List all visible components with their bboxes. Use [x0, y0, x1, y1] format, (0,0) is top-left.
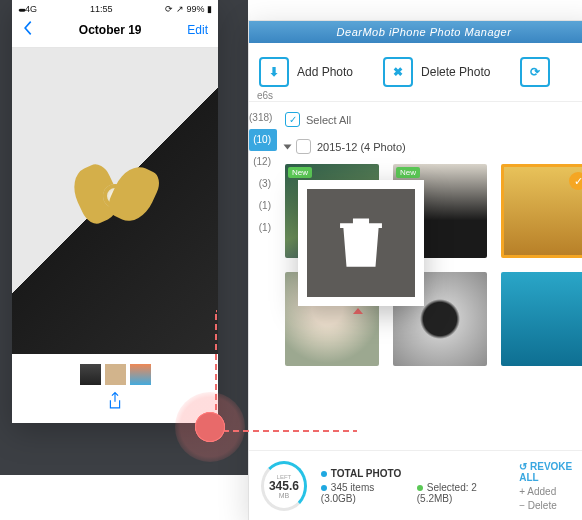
- selected-icon: ✓: [569, 172, 582, 190]
- iphone-mockup: 4G 11:55 ⟳ ↗ 99% ▮ October 19 Edit: [12, 0, 218, 423]
- touch-indicator: [175, 392, 245, 462]
- photo-group-header[interactable]: ·2015-12 (4 Photo): [285, 139, 582, 154]
- photo-preview[interactable]: [12, 48, 218, 354]
- back-icon[interactable]: [22, 20, 33, 39]
- app-footer: LEFT 345.6 MB TOTAL PHOTO 345 items (3.0…: [249, 450, 582, 520]
- edit-button[interactable]: Edit: [187, 23, 208, 37]
- thumbnail-strip[interactable]: [12, 354, 218, 391]
- added-action[interactable]: + Added: [519, 486, 582, 497]
- photo-thumbnail[interactable]: ✓: [501, 164, 582, 258]
- add-icon: ⬇: [259, 57, 289, 87]
- refresh-button[interactable]: ⟳: [520, 57, 550, 87]
- new-badge: New: [396, 167, 420, 178]
- revoke-all-button[interactable]: ↺ REVOKE ALL: [519, 461, 582, 483]
- album-sidebar[interactable]: e6s (318) (10) (12) (3) (1) (1): [249, 85, 277, 239]
- trash-overlay: [298, 180, 424, 306]
- share-icon[interactable]: [107, 397, 123, 414]
- add-photo-button[interactable]: ⬇ Add Photo: [259, 57, 353, 87]
- photo-thumbnail[interactable]: [501, 272, 582, 366]
- select-all-checkbox[interactable]: ✓Select All: [285, 112, 582, 127]
- window-title: DearMob iPhone Photo Manager: [249, 21, 582, 43]
- new-badge: New: [288, 167, 312, 178]
- status-bar: 4G 11:55 ⟳ ↗ 99% ▮: [12, 0, 218, 18]
- trash-icon: [335, 212, 387, 274]
- delete-photo-button[interactable]: ✖ Delete Photo: [383, 57, 490, 87]
- delete-action[interactable]: − Delete: [519, 500, 582, 511]
- delete-icon: ✖: [383, 57, 413, 87]
- page-title: October 19: [79, 23, 142, 37]
- storage-gauge: LEFT 345.6 MB: [261, 461, 307, 511]
- refresh-icon: ⟳: [520, 57, 550, 87]
